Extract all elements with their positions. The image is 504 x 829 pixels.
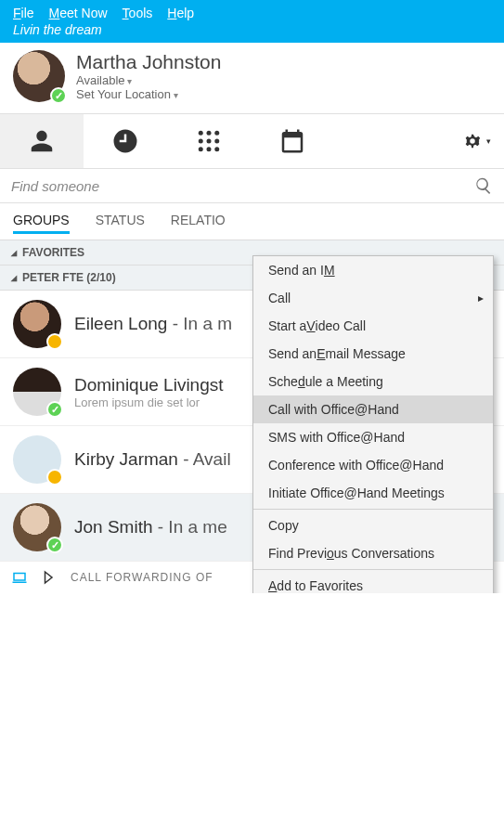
device-icon[interactable]	[11, 569, 28, 586]
svg-point-4	[207, 139, 212, 144]
menu-tools[interactable]: Tools	[123, 6, 153, 20]
svg-point-7	[207, 147, 212, 151]
gear-icon	[462, 131, 483, 151]
personal-note[interactable]: Livin the dream	[0, 22, 504, 43]
filter-groups[interactable]: GROUPS	[13, 213, 70, 234]
presence-away-icon	[46, 333, 63, 350]
menu-sms-officehand[interactable]: SMS with Office@Hand	[253, 423, 493, 451]
menu-add-favorites[interactable]: Add to Favorites	[253, 572, 493, 593]
menu-video-call[interactable]: Start a Video Call	[253, 312, 493, 340]
avatar: ✓	[13, 503, 61, 551]
view-toolbar	[0, 113, 504, 169]
self-header: ✓ Martha Johnston Available Set Your Loc…	[0, 43, 504, 113]
menu-bar: File Meet Now Tools Help	[0, 0, 504, 22]
clock-icon	[111, 127, 139, 155]
tab-meetings[interactable]	[251, 114, 334, 168]
contact-name: Kirby Jarman	[74, 449, 178, 469]
menu-meet-now[interactable]: Meet Now	[49, 6, 108, 20]
menu-initiate-officehand[interactable]: Initiate Office@Hand Meetings	[253, 479, 493, 507]
svg-point-8	[214, 147, 219, 151]
svg-point-0	[199, 131, 203, 136]
menu-email[interactable]: Send an Email Message	[253, 340, 493, 368]
contact-sub: Lorem ipsum die set lor	[74, 395, 224, 409]
presence-available-icon: ✓	[50, 87, 67, 104]
svg-point-1	[207, 131, 212, 136]
forward-icon[interactable]	[41, 569, 58, 586]
svg-point-6	[199, 147, 203, 151]
self-avatar[interactable]: ✓	[13, 50, 65, 102]
search-bar[interactable]: Find someone	[0, 169, 504, 203]
tab-contacts[interactable]	[0, 114, 84, 168]
svg-point-3	[199, 139, 203, 144]
filter-tabs: GROUPS STATUS RELATIO	[0, 203, 504, 240]
self-location-dropdown[interactable]: Set Your Location	[76, 87, 221, 101]
calendar-icon	[278, 127, 306, 155]
presence-away-icon	[46, 469, 63, 486]
tab-conversations[interactable]	[84, 114, 167, 168]
self-name: Martha Johnston	[76, 51, 221, 73]
dialpad-icon	[195, 127, 223, 155]
contact-name: Jon Smith	[74, 517, 152, 537]
person-icon	[28, 127, 56, 155]
menu-file[interactable]: File	[13, 6, 34, 20]
filter-relationships[interactable]: RELATIO	[171, 213, 226, 234]
avatar	[13, 300, 61, 348]
svg-point-5	[214, 139, 219, 144]
avatar	[13, 435, 61, 484]
search-icon	[474, 176, 493, 195]
menu-conference-officehand[interactable]: Conference with Office@Hand	[253, 451, 493, 479]
menu-schedule-meeting[interactable]: Schedule a Meeting	[253, 368, 493, 395]
presence-available-icon: ✓	[46, 537, 63, 553]
filter-status[interactable]: STATUS	[96, 213, 145, 234]
menu-send-im[interactable]: Send an IM	[253, 256, 493, 284]
contact-name: Eileen Long	[74, 314, 167, 333]
self-status-dropdown[interactable]: Available	[76, 73, 221, 87]
svg-point-2	[214, 131, 219, 136]
tab-dialpad[interactable]	[167, 114, 251, 168]
menu-call-officehand[interactable]: Call with Office@Hand	[253, 395, 493, 423]
menu-copy[interactable]: Copy	[253, 512, 493, 539]
menu-help[interactable]: Help	[167, 6, 194, 20]
menu-find-previous[interactable]: Find Previous Conversations	[253, 539, 493, 567]
contact-name: Dominique Livingst	[74, 375, 224, 395]
call-forwarding-label: CALL FORWARDING OF	[71, 571, 213, 584]
presence-available-icon: ✓	[46, 401, 63, 418]
menu-call[interactable]: Call	[253, 284, 493, 312]
skype-window: File Meet Now Tools Help Livin the dream…	[0, 0, 504, 593]
settings-dropdown[interactable]	[448, 114, 504, 168]
contact-context-menu: Send an IM Call Start a Video Call Send …	[252, 255, 494, 593]
avatar: ✓	[13, 368, 61, 416]
search-placeholder: Find someone	[11, 178, 474, 194]
